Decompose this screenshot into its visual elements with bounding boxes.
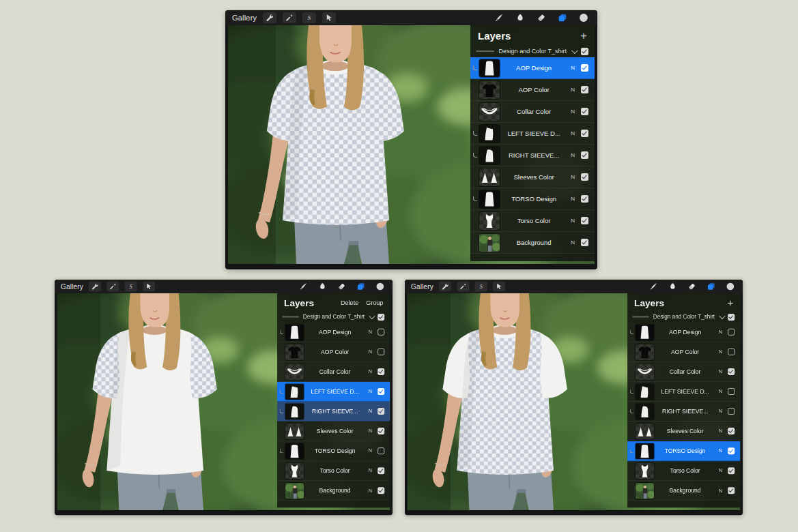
layer-row[interactable]: Sleeves Color N [277,422,390,441]
layers-icon[interactable] [707,282,715,291]
blend-mode-badge[interactable]: N [719,349,722,355]
layer-row[interactable]: AOP Color N [277,342,390,362]
blend-mode-badge[interactable]: N [719,389,722,394]
layer-row[interactable]: AOP Design N [470,57,595,79]
layer-thumbnail[interactable] [285,383,304,400]
layer-thumbnail[interactable] [479,212,500,230]
layer-row[interactable]: LEFT SIEEVE D... N [277,382,390,402]
layer-row[interactable]: AOP Design N [277,323,390,342]
layer-thumbnail[interactable] [285,482,304,499]
layer-thumbnail[interactable] [479,190,500,208]
color-swatch-icon[interactable] [726,282,735,291]
blend-mode-badge[interactable]: N [369,448,372,454]
layer-visibility-checkbox[interactable] [728,329,735,336]
brush-icon[interactable] [299,282,308,291]
blend-mode-badge[interactable]: N [719,448,722,454]
layer-visibility-checkbox[interactable] [728,368,735,375]
layer-thumbnail[interactable] [479,125,500,143]
layer-row[interactable]: Torso Color N [470,210,595,232]
layer-row[interactable]: AOP Design N [627,323,740,342]
brush-icon[interactable] [494,13,504,23]
layer-row[interactable]: Collar Color N [470,101,595,123]
chevron-down-icon[interactable] [571,47,578,54]
smudge-icon[interactable] [318,282,327,291]
layer-thumbnail[interactable] [636,443,654,459]
layer-thumbnail[interactable] [479,147,500,164]
brush-icon[interactable] [649,282,658,291]
layer-visibility-checkbox[interactable] [377,408,384,415]
layer-thumbnail[interactable] [479,103,500,121]
smudge-icon[interactable] [668,282,677,291]
layer-row[interactable]: Collar Color N [627,362,740,382]
blend-mode-badge[interactable]: N [571,108,575,115]
blend-mode-badge[interactable]: N [369,409,372,414]
layer-row[interactable]: Sleeves Color N [470,166,595,188]
chevron-down-icon[interactable] [369,313,375,319]
eraser-icon[interactable] [687,282,696,291]
layer-thumbnail[interactable] [285,324,304,340]
gallery-button[interactable]: Gallery [61,283,83,291]
layer-visibility-checkbox[interactable] [581,108,588,115]
layer-visibility-checkbox[interactable] [581,151,588,159]
layer-thumbnail[interactable] [479,59,500,77]
blend-mode-badge[interactable]: N [719,329,722,335]
transform-icon[interactable] [143,282,155,292]
layer-row[interactable]: LEFT SIEEVE D... N [470,123,595,145]
layer-visibility-checkbox[interactable] [377,428,384,434]
smudge-icon[interactable] [515,13,525,23]
layer-thumbnail[interactable] [636,482,654,499]
layer-thumbnail[interactable] [285,403,304,419]
layer-thumbnail[interactable] [479,234,500,252]
layer-thumbnail[interactable] [636,344,654,360]
eraser-icon[interactable] [537,13,546,23]
layer-thumbnail[interactable] [285,364,304,380]
layer-visibility-checkbox[interactable] [377,368,384,375]
canvas-area[interactable]: Layers Delete Group + Design and Color T… [57,293,390,510]
transform-icon[interactable] [322,12,336,23]
layer-thumbnail[interactable] [285,462,304,479]
blend-mode-badge[interactable]: N [719,409,722,414]
layer-visibility-checkbox[interactable] [581,173,588,181]
blend-mode-badge[interactable]: N [571,87,575,93]
layer-visibility-checkbox[interactable] [728,467,735,474]
eraser-icon[interactable] [337,282,346,291]
adjustments-icon[interactable] [107,282,119,292]
canvas-area[interactable]: Layers + Design and Color T_shirt [408,293,741,510]
wrench-icon[interactable] [263,12,276,23]
layer-thumbnail[interactable] [636,324,654,340]
layer-row[interactable]: TORSO Design N [627,441,740,461]
layer-thumbnail[interactable] [285,344,304,360]
delete-button[interactable]: Delete [341,299,358,306]
layer-row[interactable]: TORSO Design N [470,188,595,210]
layer-visibility-checkbox[interactable] [377,349,384,355]
layer-visibility-checkbox[interactable] [728,428,735,434]
layer-thumbnail[interactable] [636,383,654,400]
layer-visibility-checkbox[interactable] [377,447,384,454]
layer-visibility-checkbox[interactable] [581,239,588,246]
add-layer-icon[interactable]: + [727,299,733,307]
group-visibility-checkbox[interactable] [377,314,384,321]
layer-row[interactable]: Background N [277,481,390,501]
layer-row[interactable]: AOP Color N [470,79,595,101]
layer-row[interactable]: Sleeves Color N [627,422,740,441]
blend-mode-badge[interactable]: N [571,130,575,136]
layer-visibility-checkbox[interactable] [728,447,735,454]
layer-thumbnail[interactable] [636,423,654,439]
layer-visibility-checkbox[interactable] [728,349,735,355]
blend-mode-badge[interactable]: N [571,239,575,246]
adjustments-icon[interactable] [283,12,296,23]
layer-row[interactable]: AOP Color N [627,342,740,362]
chevron-down-icon[interactable] [719,313,725,319]
adjustments-icon[interactable] [457,282,470,292]
color-swatch-icon[interactable] [375,282,384,291]
blend-mode-badge[interactable]: N [369,369,372,374]
layer-row[interactable]: RIGHT SIEEVE... N [470,145,595,166]
layer-visibility-checkbox[interactable] [728,408,735,415]
layer-visibility-checkbox[interactable] [581,217,588,224]
layer-thumbnail[interactable] [636,364,654,380]
blend-mode-badge[interactable]: N [571,65,575,71]
selection-icon[interactable]: S [302,12,316,23]
layer-row[interactable]: RIGHT SIEEVE... N [277,402,390,422]
layer-thumbnail[interactable] [285,443,304,459]
selection-icon[interactable]: S [475,282,487,292]
